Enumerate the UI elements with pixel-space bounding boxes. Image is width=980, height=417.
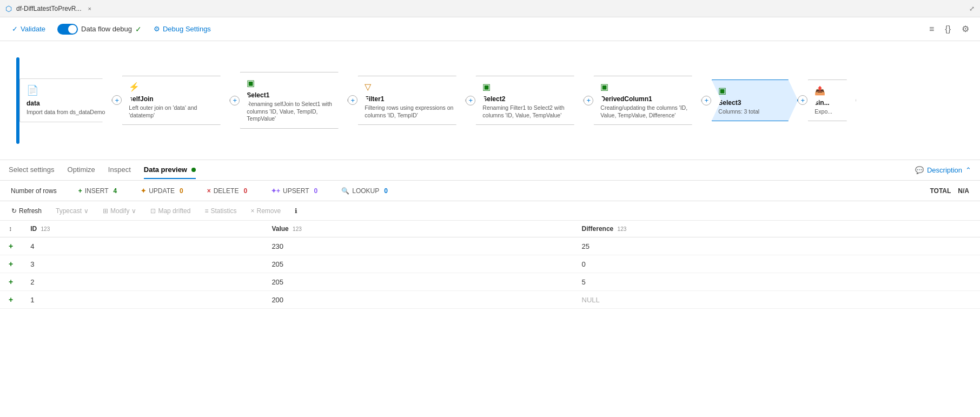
tab-optimize[interactable]: Optimize — [68, 161, 95, 179]
col-header-difference[interactable]: Difference 123 — [573, 221, 980, 237]
node-select3-title: Select3 — [718, 99, 791, 107]
expand-icon[interactable]: ⤢ — [969, 5, 975, 12]
node-derived1-title: DerivedColumn1 — [600, 95, 694, 103]
insert-icon: + — [78, 187, 82, 195]
delete-icon: × — [207, 187, 211, 195]
debug-settings-label: Debug Settings — [163, 25, 211, 33]
delete-label: DELETE — [214, 187, 239, 195]
node-box-select1[interactable]: ▣ Select1 Renaming selfJoin to Select1 w… — [240, 72, 348, 129]
cell-id-2: 3 — [22, 255, 263, 273]
sort-header[interactable]: ↕ — [0, 221, 22, 237]
debug-toggle[interactable]: Data flow debug ✓ — [57, 24, 142, 35]
title-bar-close[interactable]: × — [88, 5, 91, 12]
flow-canvas: 📄 data Import data from ds_dataDemo + ⚡ … — [0, 41, 980, 160]
node-selfjoin-icon: ⚡ — [129, 82, 140, 92]
upsert-icon: ✦+ — [271, 187, 280, 195]
node-data-desc: Import data from ds_dataDemo — [27, 109, 105, 116]
tab-data-preview[interactable]: Data preview — [144, 161, 196, 179]
statistics-button[interactable]: ≡ Statistics — [202, 206, 239, 216]
lookup-value: 0 — [382, 187, 390, 195]
comment-icon: 💬 — [915, 166, 924, 174]
info-button[interactable]: ℹ — [292, 206, 300, 216]
map-drifted-icon: ⊡ — [150, 207, 156, 215]
debug-check-icon: ✓ — [135, 25, 142, 34]
node-select1-title: Select1 — [247, 91, 341, 99]
node-select1-desc: Renaming selfJoin to Select1 with column… — [247, 101, 341, 123]
col-header-value[interactable]: Value 123 — [263, 221, 573, 237]
title-bar: ⬡ df-DiffLatestToPrevR... × ⤢ — [0, 0, 980, 17]
table-row: + 3 205 0 — [0, 255, 980, 273]
node-box-filter1[interactable]: ▽ Filter1 Filtering rows using expressio… — [357, 76, 466, 125]
table-row: + 1 200 NULL — [0, 291, 980, 309]
num-rows-label: Number of rows — [11, 187, 57, 195]
validate-button[interactable]: ✓ Validate — [9, 23, 49, 35]
refresh-icon: ↻ — [11, 207, 17, 215]
total-label: TOTAL — [930, 187, 951, 195]
main-toolbar: ✓ Validate Data flow debug ✓ ⚙ Debug Set… — [0, 17, 980, 41]
cell-value-4: 200 — [263, 291, 573, 309]
add-after-select1[interactable]: + — [348, 95, 357, 105]
node-derived1-icon: ▣ — [600, 82, 608, 92]
node-sink-desc: Expo... — [815, 108, 849, 116]
modify-icon: ⊞ — [103, 207, 108, 215]
node-box-derived1[interactable]: ▣ DerivedColumn1 Creating/updating the c… — [593, 76, 701, 125]
tab-inspect[interactable]: Inspect — [108, 161, 131, 179]
node-box-sink[interactable]: 📤 sin... Expo... — [807, 80, 856, 122]
node-filter1[interactable]: ▽ Filter1 Filtering rows using expressio… — [357, 76, 475, 125]
table-row: + 2 205 5 — [0, 273, 980, 291]
code-icon-button[interactable]: {} — [943, 22, 953, 36]
node-sink[interactable]: 📤 sin... Expo... — [807, 80, 856, 122]
upsert-label: UPSERT — [283, 187, 309, 195]
node-select3-desc: Columns: 3 total — [718, 108, 791, 116]
cell-value-1: 230 — [263, 237, 573, 255]
node-select2[interactable]: ▣ Select2 Renaming Filter1 to Select2 wi… — [475, 76, 593, 125]
add-after-select2[interactable]: + — [584, 96, 593, 105]
refresh-button[interactable]: ↻ Refresh — [9, 206, 44, 216]
debug-label: Data flow debug — [81, 25, 132, 33]
cell-diff-4: NULL — [573, 291, 980, 309]
stat-update: ✦ UPDATE 0 — [141, 187, 185, 195]
sort-icon: ↕ — [9, 225, 12, 233]
cell-diff-1: 25 — [573, 237, 980, 255]
insert-value: 4 — [111, 187, 120, 195]
upsert-value: 0 — [312, 187, 320, 195]
node-derived1[interactable]: ▣ DerivedColumn1 Creating/updating the c… — [593, 76, 711, 125]
remove-label: Remove — [256, 207, 281, 215]
node-select2-title: Select2 — [482, 95, 577, 103]
cell-diff-2: 0 — [573, 255, 980, 273]
add-after-filter1[interactable]: + — [466, 96, 475, 105]
node-selfjoin[interactable]: ⚡ selfJoin Left outer join on 'data' and… — [122, 76, 240, 125]
modify-label: Modify — [110, 207, 129, 215]
lines-icon-button[interactable]: ≡ — [927, 22, 936, 36]
map-drifted-button[interactable]: ⊡ Map drifted — [148, 206, 193, 216]
col-header-id[interactable]: ID 123 — [22, 221, 263, 237]
add-after-derived1[interactable]: + — [701, 96, 711, 105]
add-after-select3[interactable]: + — [798, 95, 807, 105]
add-after-selfjoin[interactable]: + — [230, 96, 240, 105]
settings-icon-button[interactable]: ⚙ — [959, 22, 971, 36]
node-box-select2[interactable]: ▣ Select2 Renaming Filter1 to Select2 wi… — [475, 76, 584, 125]
cell-id-3: 2 — [22, 273, 263, 291]
remove-button[interactable]: × Remove — [248, 206, 283, 216]
update-label: UPDATE — [149, 187, 175, 195]
row-marker-2: + — [9, 260, 13, 268]
typecast-button[interactable]: Typecast ∨ — [53, 206, 91, 216]
node-box-selfjoin[interactable]: ⚡ selfJoin Left outer join on 'data' and… — [122, 76, 230, 125]
validate-check-icon: ✓ — [12, 25, 18, 33]
debug-settings-button[interactable]: ⚙ Debug Settings — [150, 23, 214, 35]
col-value-label: Value — [272, 225, 288, 233]
toggle-track[interactable] — [57, 24, 78, 35]
typecast-label: Typecast — [56, 207, 82, 215]
node-data[interactable]: 📄 data Import data from ds_dataDemo + — [19, 78, 122, 122]
node-sink-title: sin... — [815, 99, 849, 107]
description-button[interactable]: 💬 Description ⌃ — [915, 166, 971, 174]
node-select1[interactable]: ▣ Select1 Renaming selfJoin to Select1 w… — [240, 72, 357, 129]
tab-select-settings[interactable]: Select settings — [9, 161, 55, 179]
modify-button[interactable]: ⊞ Modify ∨ — [100, 206, 139, 216]
toggle-thumb — [68, 25, 77, 34]
node-select1-icon: ▣ — [247, 78, 255, 88]
node-box-data[interactable]: 📄 data Import data from ds_dataDemo — [19, 78, 112, 122]
node-select3[interactable]: ▣ Select3 Columns: 3 total + — [711, 80, 807, 122]
node-box-select3[interactable]: ▣ Select3 Columns: 3 total — [711, 80, 798, 122]
add-after-data[interactable]: + — [112, 95, 122, 105]
